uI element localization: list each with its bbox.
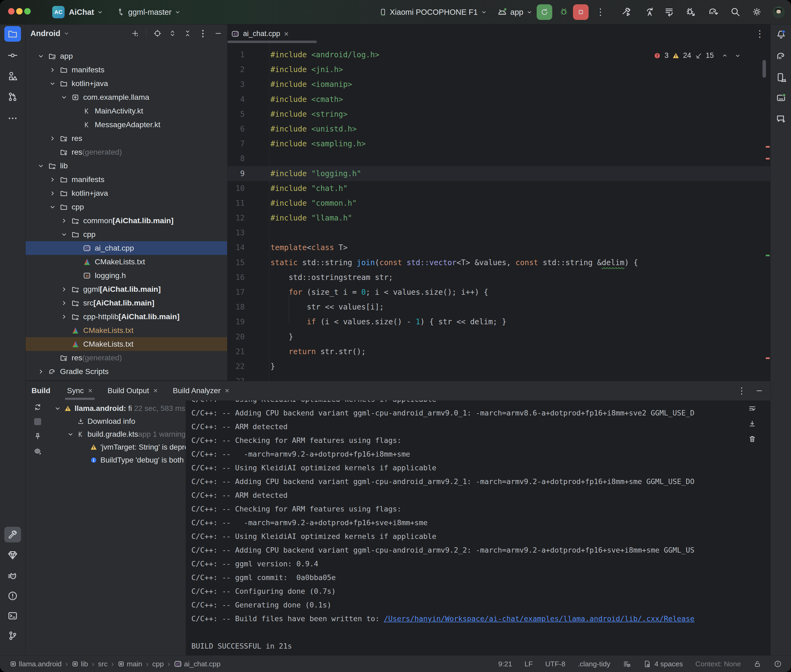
apply-changes-button[interactable] bbox=[644, 6, 655, 17]
code-line-5[interactable]: 5#include <string> bbox=[228, 107, 770, 122]
sidebar-item-notifications[interactable] bbox=[773, 27, 789, 42]
pin-button[interactable] bbox=[34, 432, 42, 440]
build-project-button[interactable] bbox=[621, 6, 632, 17]
gradle-sync-button[interactable] bbox=[708, 6, 719, 17]
expand-all-button[interactable] bbox=[168, 29, 176, 37]
code-line-15[interactable]: 15static std::string join(const std::vec… bbox=[228, 255, 770, 270]
collapse-all-button[interactable] bbox=[184, 29, 192, 37]
tree-item-kotlin-java[interactable]: kotlin+java bbox=[26, 186, 227, 200]
breadcrumb-item-main[interactable]: main bbox=[118, 660, 142, 668]
sidebar-item-resource-manager[interactable] bbox=[4, 68, 21, 84]
hide-build-panel-button[interactable] bbox=[755, 387, 763, 395]
tree-item-ai-chat-cpp[interactable]: Cai_chat.cpp bbox=[26, 241, 227, 255]
tree-item-cmakelists-txt[interactable]: CMakeLists.txt bbox=[26, 337, 227, 351]
project-widget[interactable]: AiChat bbox=[69, 0, 104, 24]
add-button[interactable] bbox=[131, 29, 139, 37]
context-widget[interactable]: Context: None bbox=[695, 660, 741, 668]
attach-debugger-button[interactable] bbox=[685, 6, 696, 17]
prev-issue-button[interactable] bbox=[721, 52, 728, 59]
device-selector[interactable]: Xiaomi POCOPHONE F1 bbox=[379, 0, 488, 24]
search-everywhere-button[interactable] bbox=[730, 6, 741, 17]
tree-item-kotlin-java[interactable]: kotlin+java bbox=[26, 77, 227, 90]
error-outline-icon[interactable] bbox=[774, 660, 782, 668]
sidebar-item-gemini[interactable] bbox=[773, 111, 789, 126]
breadcrumb-item-ai-chat-cpp[interactable]: Cai_chat.cpp bbox=[174, 660, 221, 668]
analyzer-status[interactable]: .clang-tidy bbox=[578, 660, 610, 668]
close-tab-icon[interactable]: × bbox=[153, 386, 158, 395]
sidebar-item-device-manager[interactable] bbox=[773, 70, 789, 85]
tree-item-gradle-scripts[interactable]: Gradle Scripts bbox=[26, 365, 227, 378]
close-tab-icon[interactable]: × bbox=[88, 386, 92, 395]
build-output-path-link[interactable]: /Users/hanyin/Workspace/ai-chat/examples… bbox=[384, 614, 695, 623]
breadcrumb-item-src[interactable]: src bbox=[98, 660, 107, 668]
sidebar-item-more-tools[interactable] bbox=[4, 110, 21, 126]
resync-button[interactable] bbox=[34, 403, 42, 411]
tree-item-cpp[interactable]: cpp bbox=[26, 227, 227, 241]
chevron-right-icon[interactable] bbox=[47, 176, 58, 183]
code-line-14[interactable]: 14template<class T> bbox=[228, 240, 770, 255]
stop-button[interactable] bbox=[573, 4, 589, 20]
run-more-actions-button[interactable]: ⋮ bbox=[596, 6, 605, 17]
tree-item-res[interactable]: res (generated) bbox=[26, 351, 227, 365]
editor-options-button[interactable]: ⋮ bbox=[755, 28, 764, 39]
tree-item-src[interactable]: src [AiChat.lib.main] bbox=[26, 296, 227, 310]
chevron-right-icon[interactable] bbox=[35, 368, 47, 375]
unlock-icon[interactable] bbox=[753, 660, 761, 668]
tree-item-res[interactable]: res (generated) bbox=[26, 145, 227, 159]
run-configuration-selector[interactable]: app bbox=[497, 0, 533, 24]
chevron-down-icon[interactable] bbox=[58, 231, 70, 238]
code-line-23[interactable]: 23 bbox=[228, 374, 770, 381]
code-line-18[interactable]: 18 str << values[i]; bbox=[228, 299, 770, 314]
close-window-button[interactable] bbox=[8, 8, 14, 14]
tree-item-com-example-llama[interactable]: com.example.llama bbox=[26, 90, 227, 104]
sidebar-item-gradle[interactable] bbox=[773, 48, 789, 64]
sidebar-item-project[interactable] bbox=[4, 26, 21, 42]
clear-all-button[interactable] bbox=[748, 435, 756, 443]
code-line-7[interactable]: 7#include <sampling.h> bbox=[228, 136, 770, 151]
code-line-2[interactable]: 2#include <jni.h> bbox=[228, 62, 770, 77]
zoom-window-button[interactable] bbox=[24, 8, 30, 14]
build-options-button[interactable]: ⋮ bbox=[738, 386, 746, 396]
vcs-branch-widget[interactable]: ggml-master bbox=[117, 0, 181, 24]
next-issue-button[interactable] bbox=[734, 52, 741, 59]
inspections-widget[interactable]: 3 24 15 bbox=[654, 51, 741, 60]
code-line-13[interactable]: 13 bbox=[228, 226, 770, 240]
code-line-4[interactable]: 4#include <cmath> bbox=[228, 92, 770, 107]
file-encoding[interactable]: UTF-8 bbox=[545, 660, 565, 668]
sidebar-item-problems[interactable] bbox=[4, 588, 21, 604]
code-line-16[interactable]: 16 std::ostringstream str; bbox=[228, 270, 770, 285]
chevron-down-icon[interactable] bbox=[35, 53, 47, 60]
editor-scroll-thumb-horizontal[interactable] bbox=[228, 41, 317, 43]
sidebar-item-running-devices[interactable] bbox=[773, 90, 789, 106]
code-line-10[interactable]: 10#include "chat.h" bbox=[228, 181, 770, 196]
code-line-22[interactable]: 22} bbox=[228, 359, 770, 374]
rerun-button[interactable] bbox=[537, 4, 552, 20]
tree-item-app[interactable]: app bbox=[26, 49, 227, 63]
chevron-right-icon[interactable] bbox=[47, 190, 58, 197]
chevron-down-icon[interactable] bbox=[47, 203, 58, 211]
breadcrumb-item-lib[interactable]: lib bbox=[72, 660, 88, 668]
build-tab-sync[interactable]: Sync× bbox=[67, 381, 93, 400]
error-stripe-mark[interactable] bbox=[766, 357, 770, 359]
build-tree-item[interactable]: BuildType 'debug' is both de bbox=[50, 454, 186, 467]
build-tree-item[interactable]: build.gradle.kts app 1 warning bbox=[50, 428, 186, 441]
breadcrumb-item-cpp[interactable]: cpp bbox=[152, 660, 164, 668]
chevron-down-icon[interactable] bbox=[35, 162, 47, 170]
settings-button[interactable] bbox=[751, 6, 762, 17]
sidebar-item-terminal[interactable] bbox=[4, 608, 21, 624]
code-line-17[interactable]: 17 for (size_t i = 0; i < values.size();… bbox=[228, 285, 770, 299]
code-line-20[interactable]: 20 } bbox=[228, 330, 770, 344]
formatter-icon[interactable] bbox=[623, 660, 631, 668]
tree-item-mainactivity-kt[interactable]: MainActivity.kt bbox=[26, 104, 227, 118]
tree-item-manifests[interactable]: manifests bbox=[26, 173, 227, 186]
tree-item-manifests[interactable]: manifests bbox=[26, 63, 227, 77]
debug-button[interactable] bbox=[559, 7, 568, 16]
chevron-right-icon[interactable] bbox=[58, 286, 70, 293]
error-stripe-mark[interactable] bbox=[766, 146, 770, 148]
code-area[interactable]: 1#include <android/log.h>2#include <jni.… bbox=[228, 43, 770, 381]
minimize-window-button[interactable] bbox=[16, 8, 22, 14]
line-ending[interactable]: LF bbox=[525, 660, 533, 668]
code-line-6[interactable]: 6#include <unistd.h> bbox=[228, 122, 770, 136]
sidebar-item-app-quality-insights[interactable] bbox=[4, 547, 21, 563]
chevron-right-icon[interactable] bbox=[47, 135, 58, 142]
